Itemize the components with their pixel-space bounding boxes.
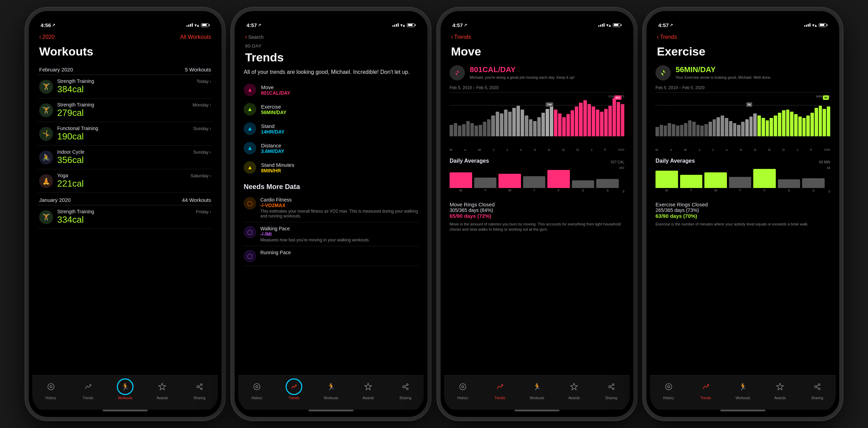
rings-closed-count-4: 265/365 days (73%) [656, 207, 830, 213]
nav-action-1[interactable]: All Workouts [180, 34, 211, 40]
nav-back-label-4: Trends [660, 34, 677, 40]
nav-back-4[interactable]: ‹ Trends [657, 33, 677, 41]
tab-label-history-3: History [457, 396, 468, 400]
trend-distance[interactable]: ▲ Distance 3.6MI/DAY [244, 138, 418, 158]
week-m-4: M [656, 171, 678, 192]
week-s-4: S [778, 179, 800, 192]
nav-back-label-2: Search [248, 34, 263, 40]
nav-back-label-1: 2020 [42, 34, 55, 40]
month-a2-4: A [726, 148, 728, 152]
weekly-chart-4: 34 0 M T [656, 166, 830, 197]
tab-history-2[interactable]: History [238, 378, 275, 400]
workout-day-6: Friday › [196, 209, 211, 214]
trend-distance-info: Distance 3.6MI/DAY [261, 143, 418, 154]
section-header-jan: January 2020 44 Workouts [38, 193, 212, 205]
awards-icon-1 [154, 378, 171, 395]
workout-item-4[interactable]: 🚴 Indoor Cycle Sunday › 356cal [38, 146, 212, 169]
tab-sharing-1[interactable]: Sharing [181, 378, 218, 400]
nav-back-1[interactable]: ‹ 2020 [39, 33, 55, 41]
workout-item-1[interactable]: 🏋 Strength Training Today › 384cal [38, 75, 212, 99]
exercise-metric-icon [656, 65, 671, 80]
nav-search-2[interactable]: ‹ Search [245, 33, 263, 41]
trend-stand-min-name: Stand Minutes [261, 162, 418, 168]
workout-item-2[interactable]: 🏋 Strength Training Monday › 279cal [38, 99, 212, 122]
needs-running[interactable]: ◯ Running Pace [244, 246, 418, 266]
workout-list[interactable]: February 2020 5 Workouts 🏋 Strength Trai… [32, 62, 218, 375]
chevron-icon-3: › [210, 126, 211, 131]
tab-history-4[interactable]: History [650, 378, 687, 400]
tab-awards-3[interactable]: Awards [556, 378, 593, 400]
svg-line-22 [611, 385, 613, 386]
avg-mid-3: 463 [619, 166, 624, 170]
tab-sharing-2[interactable]: Sharing [387, 378, 424, 400]
month-s-4: S [740, 148, 742, 152]
tab-history-1[interactable]: History [32, 378, 69, 400]
tab-workouts-1[interactable]: 🏃 Workouts [106, 378, 144, 400]
workouts-icon-3: 🏃 [529, 378, 545, 395]
workout-day-4: Sunday › [193, 149, 211, 155]
tab-label-workouts-3: Workouts [530, 396, 544, 400]
needs-cardio[interactable]: ◯ Cardio Fitness -/-VO2MAX This estimate… [244, 194, 418, 222]
trends-active-circle [286, 378, 302, 395]
mute-button [27, 80, 29, 94]
tab-workouts-4[interactable]: 🏃 Workouts [724, 378, 761, 400]
exercise-content[interactable]: 56MIN/DAY Your Exercise arrow is looking… [650, 62, 836, 375]
tab-trends-3[interactable]: Trends [481, 378, 518, 400]
trend-stand-min[interactable]: ▲ Stand Minutes 8MIN/HR [244, 158, 418, 177]
signal-bar-3 [190, 24, 191, 27]
svg-point-25 [668, 386, 670, 388]
trends-content[interactable]: All of your trends are looking good, Mic… [238, 68, 424, 375]
tab-trends-2[interactable]: Trends [275, 378, 312, 400]
tab-workouts-3[interactable]: 🏃 Workouts [518, 378, 555, 400]
power-button-3 [633, 108, 635, 139]
exercise-arrow-icon: ▲ [244, 103, 256, 115]
tab-label-history-1: History [45, 396, 56, 400]
trend-exercise[interactable]: ▲ Exercise 56MIN/DAY [244, 100, 418, 119]
chevron-icon-2: › [210, 102, 211, 108]
tab-sharing-3[interactable]: Sharing [593, 378, 630, 400]
tab-awards-4[interactable]: Awards [762, 378, 799, 400]
move-content[interactable]: 801CAL/DAY Michael, you're doing a great… [444, 62, 630, 375]
wifi-icon-3: ▾▴ [606, 23, 611, 28]
nav-back-3[interactable]: ‹ Trends [451, 33, 471, 41]
needs-walking-value: -/-/MI [260, 231, 370, 237]
tab-bar-1: History Trends 🏃 Workouts [32, 375, 218, 410]
dashed-line-3 [450, 105, 624, 105]
tab-awards-2[interactable]: Awards [350, 378, 387, 400]
workout-item-3[interactable]: 🤸 Functional Training Sunday › 190cal [38, 122, 212, 146]
tab-awards-1[interactable]: Awards [144, 378, 181, 400]
workout-item-6[interactable]: 🏋 Strength Training Friday › 334cal [38, 205, 212, 229]
week-f-3: F [547, 170, 570, 192]
move-metric-text: 801CAL/DAY Michael, you're doing a great… [470, 65, 575, 80]
month-a-3: A [464, 148, 466, 152]
nav-back-label-3: Trends [454, 34, 471, 40]
trend-stand-min-value: 8MIN/HR [261, 168, 418, 173]
trend-stand[interactable]: ▲ Stand 14HR/DAY [244, 119, 418, 138]
needs-walking[interactable]: ◯ Walking Pace -/-/MI Measures how fast … [244, 222, 418, 246]
workouts-icon-2: 🏃 [323, 378, 339, 395]
svg-point-5 [201, 388, 202, 390]
status-icons-4: ▾▴ [804, 23, 827, 28]
workout-cal-6: 334cal [57, 214, 211, 225]
svg-line-15 [405, 387, 407, 388]
tab-label-sharing-3: Sharing [605, 396, 617, 400]
workout-item-5[interactable]: 🧘 Yoga Saturday › 221cal [38, 169, 212, 193]
tab-label-sharing-2: Sharing [399, 396, 411, 400]
daily-avg-title-4: Daily Averages [656, 158, 695, 164]
tab-trends-1[interactable]: Trends [69, 378, 106, 400]
tab-workouts-2[interactable]: 🏃 Workouts [312, 378, 349, 400]
workouts-active-circle: 🏃 [117, 378, 133, 395]
tab-trends-4[interactable]: Trends [687, 378, 724, 400]
trend-move[interactable]: ▲ Move 801CAL/DAY [244, 80, 418, 100]
page-title-1: Workouts [32, 43, 218, 62]
tab-sharing-4[interactable]: Sharing [799, 378, 836, 400]
rings-closed-title-3: Move Rings Closed [450, 202, 624, 207]
tab-label-awards-3: Awards [568, 396, 580, 400]
tab-history-3[interactable]: History [444, 378, 481, 400]
workout-info-6: Strength Training Friday › 334cal [57, 209, 211, 225]
workout-cal-1: 384cal [57, 84, 211, 95]
status-time-3: 4:57 ↗ [452, 22, 467, 28]
trends-intro: All of your trends are looking good, Mic… [244, 68, 418, 76]
needs-running-name: Running Pace [260, 250, 291, 255]
svg-point-9 [256, 386, 258, 388]
